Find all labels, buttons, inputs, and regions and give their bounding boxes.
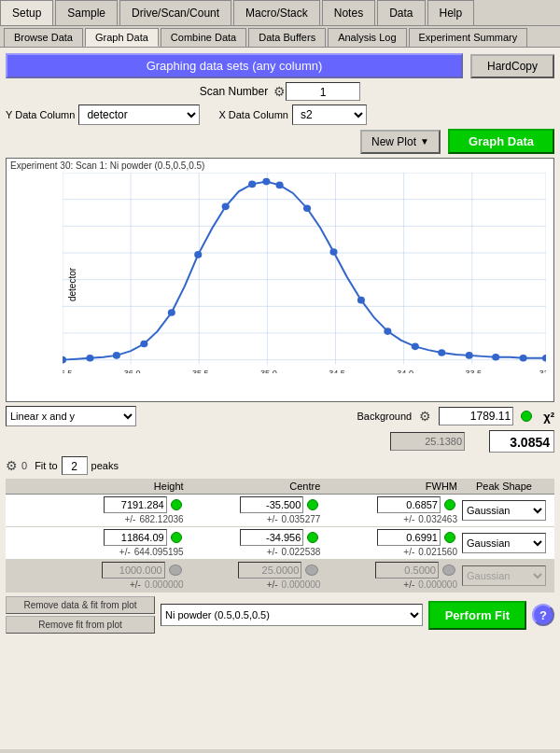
svg-point-22 xyxy=(222,202,230,210)
new-plot-label: New Plot xyxy=(371,135,416,148)
peak-fwhm-input-1[interactable] xyxy=(377,496,441,513)
peak-height-input-2[interactable] xyxy=(104,529,167,546)
peak-row-3: +/- 0.000000 +/- 0.000000 +/- 0.000000 xyxy=(6,560,554,593)
peak-height-input-3 xyxy=(102,562,165,579)
peak-centre-dot-2 xyxy=(307,532,318,543)
peak-height-dot-2 xyxy=(171,532,182,543)
chart-container: Experiment 30: Scan 1: Ni powder (0.5,0.… xyxy=(6,158,554,402)
peak-shape-select-2[interactable]: Gaussian xyxy=(462,533,546,553)
svg-point-20 xyxy=(168,309,175,316)
bg-spinner[interactable]: ⚙ xyxy=(419,409,431,424)
svg-text:-36.5: -36.5 xyxy=(63,369,72,373)
fit-type-select[interactable]: Linear x and y xyxy=(6,406,136,426)
peak-centre-dot-1 xyxy=(307,499,318,510)
peak-header-idx xyxy=(9,481,47,492)
menu-macro-stack[interactable]: Macro/Stack xyxy=(233,0,320,25)
scan-spinner[interactable]: ⚙ xyxy=(273,84,286,99)
peak-table-header: Height Centre FWHM Peak Shape xyxy=(6,479,554,495)
svg-point-32 xyxy=(466,352,473,359)
peak-count-spinner[interactable]: ⚙ xyxy=(6,458,18,473)
svg-point-29 xyxy=(384,328,391,335)
svg-text:-36.0: -36.0 xyxy=(121,369,141,373)
svg-point-33 xyxy=(492,354,499,361)
tab-bar: Browse Data Graph Data Combine Data Data… xyxy=(0,26,560,48)
svg-point-21 xyxy=(194,251,202,258)
tab-graph-data[interactable]: Graph Data xyxy=(85,28,159,47)
peak-fwhm-pm-1: +/- xyxy=(403,514,414,524)
svg-point-16 xyxy=(63,356,66,364)
menu-drive-scan-count[interactable]: Drive/Scan/Count xyxy=(119,0,231,25)
peak-row-1: +/- 682.12036 +/- 0.035277 +/- 0.032463 xyxy=(6,495,554,527)
peak-centre-input-1[interactable] xyxy=(240,496,303,513)
peak-height-err-2: 644.095195 xyxy=(134,547,184,557)
background-sub-value[interactable] xyxy=(390,432,465,451)
tab-experiment-summary[interactable]: Experiment Summary xyxy=(409,28,528,47)
peak-fwhm-input-2[interactable] xyxy=(377,529,441,546)
hardcopy-button[interactable]: HardCopy xyxy=(470,54,554,78)
background-value[interactable] xyxy=(439,407,513,425)
new-plot-dropdown-icon[interactable]: ▼ xyxy=(420,136,429,146)
tab-combine-data[interactable]: Combine Data xyxy=(161,28,246,47)
tab-analysis-log[interactable]: Analysis Log xyxy=(328,28,406,47)
svg-point-30 xyxy=(412,343,419,351)
svg-point-25 xyxy=(276,182,284,189)
bg-green-dot xyxy=(521,411,532,422)
peak-centre-pm-1: +/- xyxy=(267,514,278,524)
svg-point-35 xyxy=(542,355,546,362)
menu-help[interactable]: Help xyxy=(427,0,475,25)
peak-fwhm-err-2: 0.021560 xyxy=(418,547,457,557)
peak-header-height: Height xyxy=(47,481,184,492)
peak-height-dot-1 xyxy=(171,499,182,510)
fit-idx-label: 0 xyxy=(21,460,27,471)
remove-fit-button[interactable]: Remove fit from plot xyxy=(6,616,155,634)
peak-centre-pm-3: +/- xyxy=(267,579,278,590)
peak-centre-2: +/- 0.022538 xyxy=(184,529,321,557)
svg-text:-34.5: -34.5 xyxy=(326,369,345,373)
perform-fit-button[interactable]: Perform Fit xyxy=(428,601,526,630)
svg-point-18 xyxy=(113,352,120,359)
graph-data-button[interactable]: Graph Data xyxy=(448,129,554,154)
peak-fwhm-dot-2 xyxy=(444,532,455,543)
peak-row-2: +/- 644.095195 +/- 0.022538 +/- 0.021560 xyxy=(6,527,554,560)
peak-height-dot-3 xyxy=(169,565,182,576)
peak-shape-select-1[interactable]: Gaussian xyxy=(462,500,546,521)
help-button[interactable]: ? xyxy=(532,604,554,626)
peak-centre-dot-3 xyxy=(305,565,318,576)
tab-data-buffers[interactable]: Data Buffers xyxy=(248,28,326,47)
tab-browse-data[interactable]: Browse Data xyxy=(4,28,83,47)
fit-to-row: ⚙ 0 Fit to 2 peaks xyxy=(6,456,554,475)
peak-height-input-1[interactable] xyxy=(104,496,167,513)
x-col-label: X Data Column xyxy=(218,109,288,120)
column-select-row: Y Data Column detector X Data Column s2 xyxy=(6,105,554,125)
peak-fwhm-dot-3 xyxy=(442,565,455,576)
peak-centre-input-3 xyxy=(238,562,301,579)
peak-centre-3: +/- 0.000000 xyxy=(184,562,321,590)
peak-fwhm-pm-3: +/- xyxy=(403,579,414,590)
sample-select[interactable]: Ni powder (0.5,0.5,0.5) xyxy=(161,604,423,626)
svg-point-17 xyxy=(86,355,93,362)
svg-point-28 xyxy=(357,297,365,304)
peak-height-pm-2: +/- xyxy=(119,547,131,557)
peak-centre-1: +/- 0.035277 xyxy=(184,496,321,524)
new-plot-button[interactable]: New Plot ▼ xyxy=(360,130,441,154)
menu-setup[interactable]: Setup xyxy=(0,0,53,25)
menu-notes[interactable]: Notes xyxy=(322,0,375,25)
bottom-bar: Remove data & fit from plot Remove fit f… xyxy=(6,596,554,634)
svg-point-27 xyxy=(329,248,337,256)
plot-action-row: New Plot ▼ Graph Data xyxy=(6,129,554,154)
menu-data[interactable]: Data xyxy=(377,0,425,25)
peak-centre-pm-2: +/- xyxy=(267,547,278,557)
menu-sample[interactable]: Sample xyxy=(55,0,118,25)
x-column-select[interactable]: s2 xyxy=(292,105,367,125)
svg-text:-35.5: -35.5 xyxy=(189,369,209,373)
svg-point-31 xyxy=(438,349,445,356)
svg-text:-34.0: -34.0 xyxy=(394,369,413,373)
peak-height-pm-1: +/- xyxy=(124,514,135,524)
peak-header-shape: Peak Shape xyxy=(457,481,551,492)
peak-centre-input-2[interactable] xyxy=(240,529,303,546)
peak-shape-select-3: Gaussian xyxy=(462,565,546,586)
y-column-select[interactable]: detector xyxy=(78,105,200,125)
scan-number-value: 1 xyxy=(286,82,360,101)
graphing-data-sets-button[interactable]: Graphing data sets (any column) xyxy=(6,53,463,78)
remove-data-fit-button[interactable]: Remove data & fit from plot xyxy=(6,596,155,614)
